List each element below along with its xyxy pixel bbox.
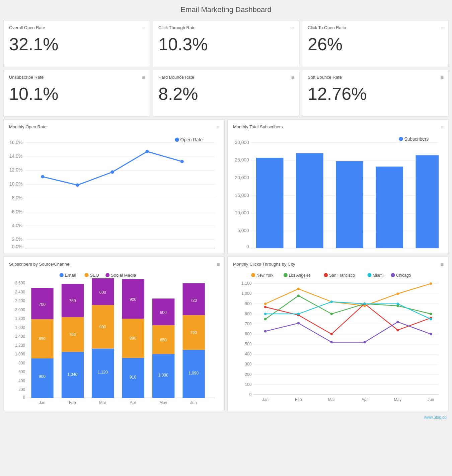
svg-point-21	[110, 171, 114, 174]
svg-text:Email: Email	[65, 273, 76, 278]
svg-point-168	[297, 313, 300, 315]
svg-text:800: 800	[245, 312, 251, 316]
metric-card-hard-bounce-rate: Hard Bounce Rate 8.2% ≡	[153, 70, 299, 117]
svg-point-173	[264, 330, 267, 332]
svg-point-154	[430, 282, 432, 285]
svg-point-19	[41, 175, 44, 178]
svg-point-117	[284, 273, 288, 277]
svg-point-163	[330, 333, 333, 335]
svg-point-20	[76, 183, 79, 187]
svg-text:700: 700	[39, 302, 46, 307]
svg-text:1,000: 1,000	[158, 373, 168, 378]
svg-text:1,000: 1,000	[15, 352, 25, 356]
svg-text:700: 700	[245, 322, 251, 326]
svg-text:2.0%: 2.0%	[12, 237, 22, 242]
svg-text:10,000: 10,000	[235, 210, 249, 215]
svg-text:2,400: 2,400	[15, 290, 25, 294]
menu-icon-click-through-rate[interactable]: ≡	[291, 25, 294, 31]
svg-point-155	[264, 318, 267, 320]
svg-point-121	[368, 273, 372, 277]
svg-text:1,600: 1,600	[15, 325, 25, 330]
svg-point-172	[430, 318, 432, 320]
svg-text:600: 600	[160, 310, 167, 315]
menu-icon-monthly-subscribers[interactable]: ≡	[441, 124, 444, 130]
svg-text:Open Rate: Open Rate	[180, 137, 203, 142]
menu-icon-overall-open-rate[interactable]: ≡	[142, 25, 145, 31]
menu-icon-subscribers-channel[interactable]: ≡	[217, 262, 220, 268]
metric-card-soft-bounce-rate: Soft Bounce Rate 12.76% ≡	[302, 70, 449, 117]
watermark: www.ubiq.co	[3, 414, 449, 420]
svg-text:San Francisco: San Francisco	[329, 273, 355, 278]
svg-text:890: 890	[39, 337, 46, 341]
metric-value-click-through-rate: 10.3%	[158, 36, 294, 53]
svg-text:600: 600	[245, 332, 251, 336]
menu-icon-hard-bounce-rate[interactable]: ≡	[291, 75, 294, 81]
bar-may	[416, 155, 439, 248]
monthly-open-rate-title: Monthly Open Rate	[9, 124, 219, 129]
svg-text:2,000: 2,000	[15, 308, 25, 312]
svg-text:Apr: Apr	[362, 398, 368, 402]
svg-point-149	[264, 302, 267, 305]
svg-point-29	[175, 138, 179, 142]
bar-feb	[296, 153, 323, 248]
svg-text:Mar: Mar	[99, 400, 106, 405]
svg-text:600: 600	[18, 369, 25, 374]
svg-text:6.0%: 6.0%	[12, 209, 22, 214]
metric-label-hard-bounce-rate: Hard Bounce Rate	[158, 75, 294, 80]
svg-text:4.0%: 4.0%	[12, 223, 22, 228]
svg-point-174	[297, 322, 300, 324]
menu-icon-unsubscribe-rate[interactable]: ≡	[142, 75, 145, 81]
channel-svg: Email SEO Social Media 2,600 2,400 2,200…	[9, 269, 219, 406]
dashboard-title: Email Marketing Dashboard	[3, 3, 449, 16]
charts-row-1: Monthly Open Rate ≡ 16.0% 14.0% 12.0% 10…	[3, 119, 449, 254]
svg-point-156	[297, 294, 300, 297]
svg-text:500: 500	[245, 342, 251, 346]
svg-text:Feb: Feb	[69, 400, 76, 405]
metric-label-click-through-rate: Click Through Rate	[158, 25, 294, 30]
menu-icon-monthly-open-rate[interactable]: ≡	[217, 124, 220, 130]
svg-point-150	[297, 288, 300, 290]
svg-text:300: 300	[245, 362, 251, 366]
svg-text:14.0%: 14.0%	[9, 154, 22, 159]
svg-point-115	[251, 273, 255, 277]
svg-text:750: 750	[69, 298, 76, 303]
metric-value-unsubscribe-rate: 10.1%	[9, 85, 144, 103]
menu-icon-soft-bounce-rate[interactable]: ≡	[441, 75, 444, 81]
metric-value-click-to-open-ratio: 26%	[308, 36, 443, 53]
metric-label-soft-bounce-rate: Soft Bounce Rate	[308, 75, 443, 80]
svg-text:Subscribers: Subscribers	[404, 137, 429, 142]
svg-text:900: 900	[130, 297, 136, 302]
svg-text:12.0%: 12.0%	[9, 167, 22, 173]
subscribers-svg: 30,000 25,000 20,000 15,000 10,000 5,000…	[233, 131, 443, 249]
svg-point-170	[363, 302, 366, 305]
svg-text:New York: New York	[256, 273, 274, 278]
svg-text:Apr: Apr	[130, 400, 136, 405]
bottom-metrics-row: Unsubscribe Rate 10.1% ≡ Hard Bounce Rat…	[3, 70, 449, 117]
bar-mar	[336, 161, 363, 248]
svg-text:Jan: Jan	[39, 400, 45, 405]
svg-point-171	[396, 302, 399, 305]
svg-text:30,000: 30,000	[235, 140, 249, 145]
menu-icon-clicks-city[interactable]: ≡	[441, 262, 444, 268]
svg-text:Miami: Miami	[373, 273, 383, 278]
svg-text:8.0%: 8.0%	[12, 195, 22, 200]
svg-text:Mar: Mar	[328, 398, 335, 402]
svg-text:1,100: 1,100	[241, 281, 251, 286]
svg-text:0: 0	[23, 395, 25, 400]
svg-text:1,400: 1,400	[15, 334, 25, 339]
svg-text:25,000: 25,000	[235, 157, 249, 162]
svg-text:0.0%: 0.0%	[12, 244, 22, 249]
open-rate-svg: 16.0% 14.0% 12.0% 10.0% 8.0% 6.0% 4.0% 2…	[9, 131, 219, 249]
svg-text:May: May	[159, 400, 167, 405]
svg-point-23	[180, 160, 184, 163]
bar-apr	[376, 166, 403, 248]
metric-label-click-to-open-ratio: Click To Open Ratio	[308, 25, 443, 30]
svg-text:790: 790	[69, 332, 76, 337]
svg-text:2,600: 2,600	[15, 281, 25, 285]
menu-icon-click-to-open-ratio[interactable]: ≡	[441, 25, 444, 31]
metric-card-overall-open-rate: Overall Open Rate 32.1% ≡	[3, 20, 150, 67]
svg-text:900: 900	[245, 301, 251, 306]
charts-row-2: Subscribers by Source/Channel ≡ Email SE…	[3, 257, 449, 411]
monthly-subscribers-title: Monthly Total Subscribers	[233, 124, 443, 129]
svg-text:Los Angeles: Los Angeles	[289, 273, 311, 278]
